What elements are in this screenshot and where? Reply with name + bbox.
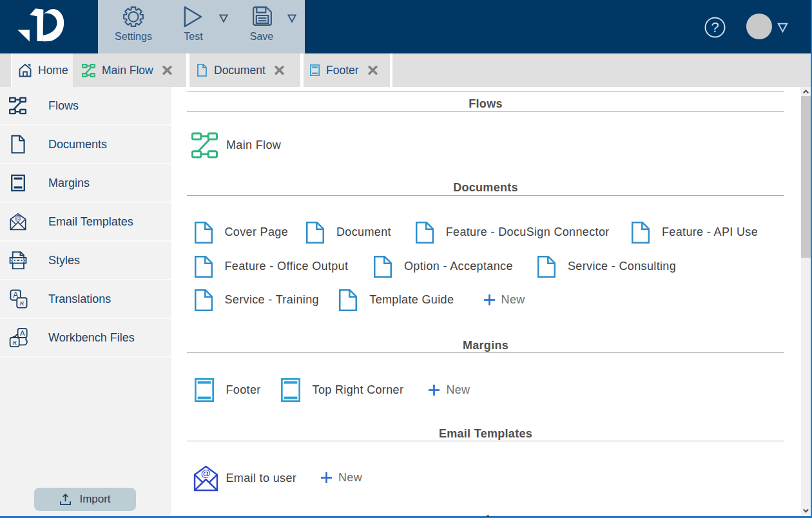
svg-text:A: A: [20, 329, 25, 337]
svg-text:{: {: [11, 257, 14, 264]
svg-text:A: A: [13, 291, 18, 300]
svg-text:א: א: [13, 339, 17, 346]
svg-text:@: @: [15, 215, 21, 222]
svg-text:?: ?: [711, 19, 719, 35]
svg-text:}: }: [23, 257, 25, 264]
svg-text:א: א: [20, 300, 24, 307]
